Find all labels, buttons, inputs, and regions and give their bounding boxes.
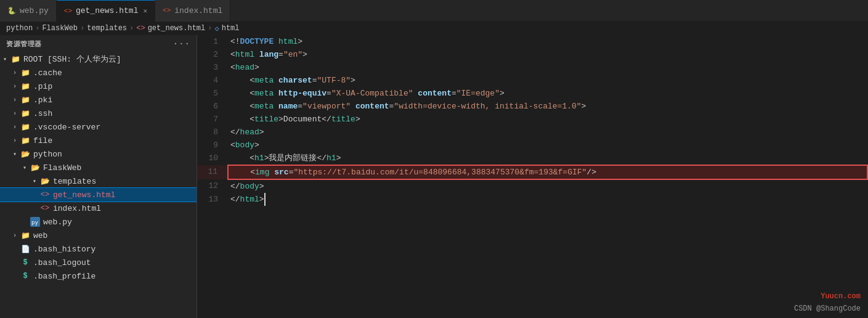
sidebar-item-bash-logout[interactable]: › $ .bash_logout: [0, 256, 197, 269]
table-row: 3 <head>: [197, 61, 867, 74]
get-news-html-label: get_news.html: [53, 190, 115, 200]
sidebar-item-vscode-server[interactable]: › 📁 .vscode-server: [0, 120, 197, 134]
line-num-13: 13: [197, 193, 228, 206]
sidebar-item-python[interactable]: ▾ 📂 python: [0, 147, 197, 161]
tab-label-get-news-html: get_news.html: [76, 6, 138, 15]
templates-label: templates: [53, 177, 96, 186]
breadcrumb-get-news-html[interactable]: get_news.html: [148, 24, 206, 33]
python-arrow: ▾: [10, 150, 20, 158]
python-label: python: [33, 150, 62, 159]
pip-label: .pip: [33, 82, 52, 91]
table-row: 8 </head>: [197, 126, 867, 139]
editor: 1 <!DOCTYPE html> 2 <html lang="en"> 3 <…: [197, 35, 868, 318]
sep2: ›: [80, 24, 84, 33]
breadcrumb-html-node: ◇: [214, 24, 219, 33]
sidebar-more-button[interactable]: ···: [173, 39, 190, 49]
root-folder-icon: 📁: [10, 55, 21, 64]
table-row-11: 11 <img src="https://t7.baidu.com/it/u=8…: [197, 165, 867, 179]
table-row: 2 <html lang="en">: [197, 48, 867, 61]
sep3: ›: [129, 24, 134, 33]
table-row: 1 <!DOCTYPE html>: [197, 35, 867, 48]
sidebar-item-get-news-html[interactable]: <> get_news.html: [0, 188, 197, 202]
tab-close-get-news-html[interactable]: ✕: [143, 7, 147, 15]
pip-folder-icon: 📁: [20, 82, 31, 91]
tab-web-py[interactable]: 🐍 web.py: [0, 0, 57, 22]
line-num-8: 8: [197, 126, 228, 139]
sidebar-item-web-py[interactable]: py web.py: [0, 215, 197, 229]
line-code-12: </body>: [228, 179, 867, 193]
bash-profile-icon: $: [20, 272, 31, 280]
templates-folder-icon: 📂: [39, 177, 51, 186]
flaskweb-arrow: ▾: [20, 164, 30, 171]
breadcrumb-python[interactable]: python: [6, 24, 33, 33]
line-num-9: 9: [197, 139, 228, 152]
line-code-2: <html lang="en">: [228, 48, 867, 61]
sidebar-item-flaskweb[interactable]: ▾ 📂 FlaskWeb: [0, 161, 197, 174]
sidebar-item-index-html[interactable]: <> index.html: [0, 202, 197, 215]
ssh-label: .ssh: [33, 109, 52, 118]
tab-get-news-html[interactable]: <> get_news.html ✕: [57, 0, 155, 22]
sep1: ›: [35, 24, 39, 33]
sidebar-item-cache[interactable]: › 📁 .cache: [0, 66, 197, 80]
table-row: 9 <body>: [197, 139, 867, 152]
line-code-13: </html>: [228, 193, 867, 206]
sidebar-item-templates[interactable]: ▾ 📂 templates: [0, 174, 197, 188]
vscode-arrow: ›: [10, 124, 20, 131]
bash-profile-label: .bash_profile: [33, 272, 95, 281]
line-code-8: </head>: [228, 126, 867, 139]
flaskweb-folder-icon: 📂: [30, 163, 41, 173]
root-label: ROOT [SSH: 个人华为云]: [23, 54, 121, 65]
file-folder-icon: 📁: [20, 136, 31, 145]
html-icon-1: <>: [64, 7, 72, 15]
sidebar-item-file[interactable]: › 📁 file: [0, 134, 197, 147]
sidebar-item-pki[interactable]: › 📁 .pki: [0, 93, 197, 107]
index-html-icon: <>: [39, 204, 51, 213]
vscode-folder-icon: 📁: [20, 123, 31, 132]
line-code-4: <meta charset="UTF-8">: [228, 74, 867, 87]
index-html-label: index.html: [53, 204, 101, 213]
sidebar-root[interactable]: ▾ 📁 ROOT [SSH: 个人华为云]: [0, 52, 197, 66]
tab-label-web-py: web.py: [20, 6, 49, 15]
get-news-html-icon: <>: [39, 190, 51, 199]
web-label: web: [33, 231, 47, 240]
bash-history-label: .bash_history: [33, 245, 95, 254]
tab-bar: 🐍 web.py <> get_news.html ✕ <> index.htm…: [0, 0, 868, 22]
line-num-1: 1: [197, 35, 228, 48]
cache-folder-icon: 📁: [20, 68, 31, 78]
table-row: 4 <meta charset="UTF-8">: [197, 74, 867, 87]
sidebar: 资源管理器 ··· ▾ 📁 ROOT [SSH: 个人华为云] › 📁 .cac…: [0, 35, 197, 318]
code-table: 1 <!DOCTYPE html> 2 <html lang="en"> 3 <…: [197, 35, 868, 206]
watermark2: CSDN @ShangCode: [794, 304, 861, 313]
file-label: file: [33, 136, 52, 145]
line-num-12: 12: [197, 179, 228, 193]
tab-index-html[interactable]: <> index.html: [155, 0, 230, 22]
sidebar-item-pip[interactable]: › 📁 .pip: [0, 80, 197, 93]
sidebar-item-bash-history[interactable]: › 📄 .bash_history: [0, 242, 197, 256]
pki-folder-icon: 📁: [20, 96, 31, 105]
line-num-7: 7: [197, 113, 228, 126]
python-folder-icon: 📂: [20, 150, 31, 159]
editor-content[interactable]: 1 <!DOCTYPE html> 2 <html lang="en"> 3 <…: [197, 35, 868, 318]
sidebar-item-ssh[interactable]: › 📁 .ssh: [0, 107, 197, 120]
breadcrumb-flaskweb[interactable]: FlaskWeb: [42, 24, 78, 33]
svg-text:py: py: [31, 219, 38, 226]
web-py-icon: py: [30, 217, 41, 227]
cache-arrow: ›: [10, 70, 20, 76]
line-code-6: <meta name="viewport" content="width=dev…: [228, 100, 867, 113]
ssh-folder-icon: 📁: [20, 109, 31, 118]
table-row: 10 <h1>我是内部链接</h1>: [197, 152, 867, 165]
sidebar-item-web[interactable]: › 📁 web: [0, 229, 197, 242]
web-py-label: web.py: [43, 218, 72, 227]
sidebar-item-bash-profile[interactable]: › $ .bash_profile: [0, 269, 197, 283]
line-num-11: 11: [197, 165, 228, 179]
main-area: 资源管理器 ··· ▾ 📁 ROOT [SSH: 个人华为云] › 📁 .cac…: [0, 35, 868, 318]
py-icon: 🐍: [7, 7, 16, 15]
breadcrumb-templates[interactable]: templates: [87, 24, 127, 33]
breadcrumb-html: html: [222, 24, 240, 33]
sidebar-title: 资源管理器: [6, 39, 42, 49]
web-folder-icon: 📁: [20, 231, 31, 240]
root-arrow: ▾: [0, 55, 10, 63]
table-row: 12 </body>: [197, 179, 867, 193]
bash-history-icon: 📄: [20, 245, 31, 254]
table-row: 7 <title>Document</title>: [197, 113, 867, 126]
